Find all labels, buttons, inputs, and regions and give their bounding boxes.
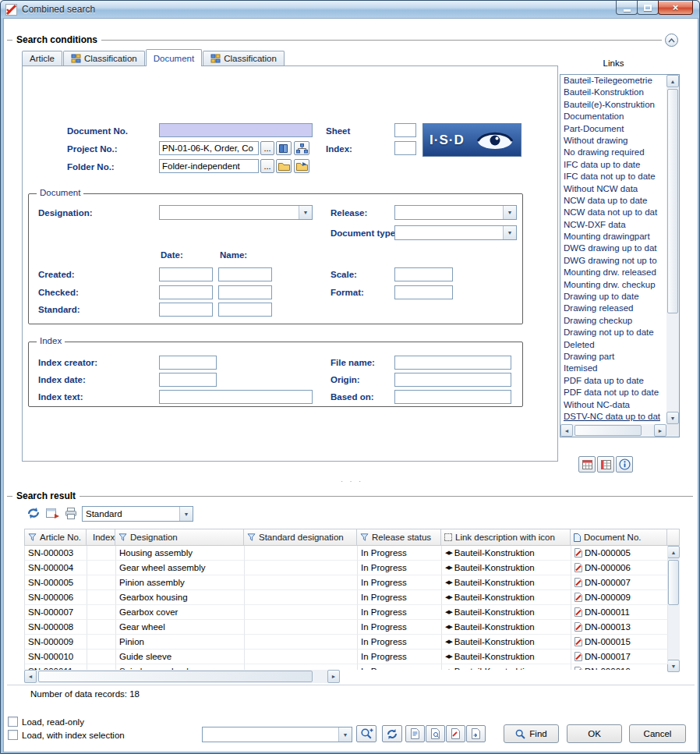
checked-date-input[interactable]: [159, 285, 213, 299]
result-row[interactable]: SN-000009 Pinion In Progress ◀▶ Bauteil-…: [25, 635, 667, 650]
scroll-right-button[interactable]: ►: [327, 670, 340, 683]
titlebar[interactable]: Combined search ×: [1, 1, 699, 18]
links-list-item[interactable]: NCW-DXF data: [560, 219, 666, 231]
links-list-item[interactable]: Without NCW data: [560, 183, 666, 195]
load-index-checkbox[interactable]: [8, 730, 18, 740]
scrollbar-thumb[interactable]: [668, 560, 679, 605]
project-catalog-button[interactable]: [276, 141, 292, 155]
result-view-combobox[interactable]: Standard ▼: [82, 506, 193, 522]
tab-document[interactable]: Document: [146, 49, 202, 66]
links-list-item[interactable]: Mounting drw. checkup: [560, 279, 666, 291]
links-list-item[interactable]: Documentation: [560, 111, 666, 122]
checked-name-input[interactable]: [218, 285, 272, 299]
links-horizontal-scrollbar[interactable]: ◄ ►: [560, 424, 666, 437]
links-list-item[interactable]: PDF data not up to date: [560, 387, 666, 398]
links-list-item[interactable]: Drawing checkup: [560, 315, 666, 327]
standard-name-input[interactable]: [218, 303, 272, 317]
collapse-conditions-button[interactable]: [665, 34, 678, 47]
col-header-standard-designation[interactable]: Standard designation: [244, 529, 357, 546]
reload-button[interactable]: [382, 725, 402, 742]
section-splitter[interactable]: · · ·: [341, 477, 363, 485]
tab-classification-document[interactable]: Classification: [203, 51, 285, 65]
scroll-up-button[interactable]: ▲: [667, 546, 680, 558]
based-on-input[interactable]: [394, 390, 511, 404]
export-results-button[interactable]: [45, 506, 61, 520]
links-list-item[interactable]: NCW data up to date: [560, 195, 666, 207]
links-list-item[interactable]: Itemised: [560, 363, 666, 374]
scroll-right-button[interactable]: ►: [654, 424, 666, 437]
edit-document-button[interactable]: [446, 725, 465, 742]
links-list-item[interactable]: DWG drawing not up to: [560, 255, 666, 267]
scroll-down-button[interactable]: ▼: [667, 660, 680, 672]
links-list-item[interactable]: DWG drawing up to dat: [560, 242, 666, 254]
project-no-input[interactable]: [159, 141, 259, 155]
release-combobox[interactable]: ▼: [394, 205, 517, 220]
created-date-input[interactable]: [159, 267, 213, 281]
index-text-input[interactable]: [159, 390, 313, 404]
links-list-item[interactable]: Without NC-data: [560, 399, 666, 411]
scroll-left-button[interactable]: ◄: [24, 670, 37, 683]
print-results-button[interactable]: [64, 506, 80, 520]
tab-classification-article[interactable]: Classification: [63, 51, 145, 65]
chevron-down-icon[interactable]: ▼: [338, 727, 352, 742]
folder-no-input[interactable]: [159, 159, 259, 173]
scrollbar-thumb[interactable]: [667, 89, 678, 313]
result-row[interactable]: SN-000003 Housing assembly In Progress ◀…: [25, 546, 667, 561]
find-button[interactable]: Find: [504, 724, 559, 743]
preview-document-button[interactable]: [426, 725, 445, 742]
links-vertical-scrollbar[interactable]: ▲ ▼: [666, 75, 679, 424]
links-list-item[interactable]: Mounting drw. released: [560, 267, 666, 278]
origin-input[interactable]: [394, 373, 511, 387]
file-name-input[interactable]: [394, 356, 511, 370]
scrollbar-thumb[interactable]: [574, 425, 642, 436]
links-list-item[interactable]: Mounting drawingpart: [560, 231, 666, 242]
links-list-item[interactable]: Drawing released: [560, 303, 666, 314]
links-list-item[interactable]: Drawing part: [560, 351, 666, 363]
links-list-item[interactable]: IFC data up to date: [560, 159, 666, 171]
search-in-result-button[interactable]: [356, 725, 377, 742]
refresh-results-button[interactable]: [24, 505, 43, 521]
info-button[interactable]: [616, 456, 633, 473]
col-header-index[interactable]: Index: [87, 529, 115, 546]
scrollbar-track[interactable]: [666, 87, 679, 412]
project-structure-button[interactable]: [294, 141, 309, 155]
col-header-document-no[interactable]: Document No.: [571, 529, 667, 546]
project-browse-button[interactable]: ...: [260, 141, 274, 155]
result-row[interactable]: SN-000004 Gear wheel assembly In Progres…: [25, 561, 667, 575]
document-type-combobox[interactable]: ▼: [394, 225, 517, 240]
load-readonly-label[interactable]: Load, read-only: [22, 717, 84, 727]
chevron-down-icon[interactable]: ▼: [503, 226, 516, 239]
scroll-down-button[interactable]: ▼: [666, 412, 679, 424]
result-row[interactable]: SN-000006 Gearbox housing In Progress ◀▶…: [25, 590, 667, 605]
designation-combobox[interactable]: ▼: [159, 205, 313, 220]
links-list-item[interactable]: No drawing required: [560, 147, 666, 158]
scrollbar-track[interactable]: [37, 670, 327, 683]
col-header-link-description[interactable]: Link description with icon: [441, 529, 571, 546]
scrollbar-track[interactable]: [573, 424, 654, 437]
result-list-view-button[interactable]: [597, 456, 614, 473]
col-header-designation[interactable]: Designation: [115, 529, 244, 546]
scrollbar-thumb[interactable]: [38, 671, 313, 682]
index-creator-input[interactable]: [159, 356, 217, 370]
format-input[interactable]: [394, 285, 453, 299]
result-horizontal-scrollbar[interactable]: ◄ ►: [24, 670, 340, 683]
minimize-button[interactable]: [616, 1, 638, 15]
result-row[interactable]: SN-000008 Gear wheel In Progress ◀▶ Baut…: [25, 620, 667, 635]
ok-button[interactable]: OK: [567, 724, 622, 743]
links-list-item[interactable]: Bauteil-Teilegeometrie: [560, 75, 666, 87]
result-row[interactable]: SN-000005 Pinion assembly In Progress ◀▶…: [25, 575, 667, 590]
result-row[interactable]: SN-000010 Guide sleeve In Progress ◀▶ Ba…: [25, 650, 667, 664]
chevron-down-icon[interactable]: ▼: [179, 507, 193, 521]
scale-input[interactable]: [394, 267, 453, 281]
links-list-item[interactable]: NCW data not up to dat: [560, 207, 666, 218]
links-list-item[interactable]: Part-Document: [560, 123, 666, 135]
result-row[interactable]: SN-000011 Spiral gear wheel In Progress …: [25, 664, 667, 670]
tab-article[interactable]: Article: [22, 51, 62, 65]
result-grid-view-button[interactable]: [578, 456, 596, 473]
close-button[interactable]: ×: [658, 1, 693, 15]
links-list-item[interactable]: Drawing not up to date: [560, 327, 666, 338]
folder-browse-button[interactable]: ...: [260, 159, 274, 173]
scroll-left-button[interactable]: ◄: [560, 424, 573, 437]
load-index-label[interactable]: Load, with index selection: [22, 731, 125, 740]
result-row[interactable]: SN-000007 Gearbox cover In Progress ◀▶ B…: [25, 605, 667, 620]
